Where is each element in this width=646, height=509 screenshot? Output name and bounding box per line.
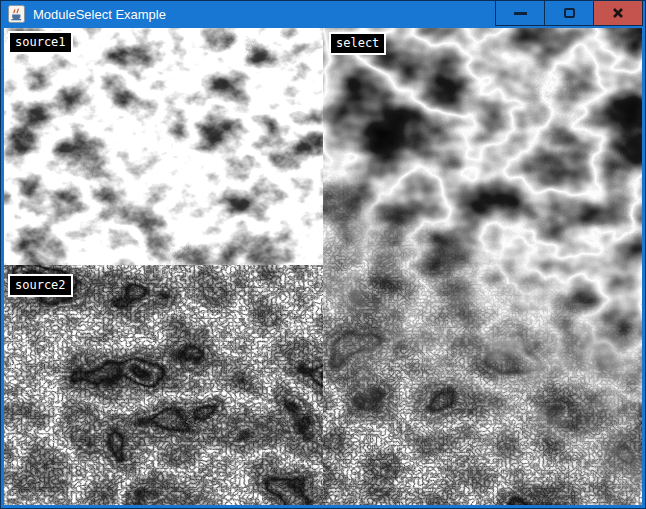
source1-label: source1 bbox=[8, 31, 73, 54]
source1-image bbox=[4, 28, 323, 265]
source2-image bbox=[4, 265, 323, 505]
noise-canvas: source1 select source2 bbox=[4, 28, 642, 505]
window-title: ModuleSelect Example bbox=[33, 7, 166, 22]
select-image bbox=[323, 28, 642, 505]
maximize-button[interactable] bbox=[544, 0, 594, 26]
close-icon bbox=[612, 7, 624, 19]
window-controls bbox=[495, 0, 643, 26]
maximize-icon bbox=[564, 8, 575, 18]
titlebar[interactable]: ModuleSelect Example bbox=[1, 0, 645, 28]
app-window: ModuleSelect Example bbox=[0, 0, 646, 509]
java-coffee-cup-icon bbox=[8, 5, 25, 23]
select-label: select bbox=[329, 32, 386, 55]
minimize-button[interactable] bbox=[495, 0, 545, 26]
close-button[interactable] bbox=[593, 0, 643, 26]
source2-label: source2 bbox=[8, 274, 73, 297]
minimize-icon bbox=[514, 12, 527, 15]
